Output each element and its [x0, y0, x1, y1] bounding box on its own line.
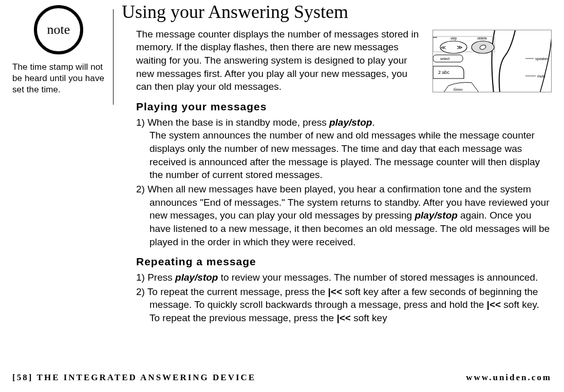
delete-label: delete — [477, 36, 487, 40]
note-badge: note — [34, 5, 83, 54]
sidebar: note The time stamp will not be heard un… — [0, 4, 113, 326]
play-stop-key: play/stop — [415, 210, 457, 221]
page-footer: [58] THE INTEGRATED ANSWERING DEVICE www… — [0, 373, 564, 383]
main-content: Using your Answering System The message … — [122, 4, 564, 326]
play-stop-key: play/stop — [329, 117, 372, 128]
footer-url: www.uniden.com — [466, 373, 552, 383]
note-badge-label: note — [47, 22, 70, 37]
intro-paragraph: The message counter displays the number … — [136, 28, 422, 93]
playing-step-2: 2) When all new messages have been playe… — [136, 183, 552, 248]
svg-text:≪: ≪ — [441, 45, 446, 50]
sidebar-note-text: The time stamp will not be heard until y… — [12, 62, 113, 95]
section-name: THE INTEGRATED ANSWERING DEVICE — [37, 373, 256, 382]
heading-repeating: Repeating a message — [136, 256, 552, 268]
select-label: select — [440, 57, 449, 61]
svg-text:≫: ≫ — [457, 44, 463, 50]
rewind-key: |<< — [487, 299, 501, 310]
playing-step-1: 1) When the base is in standby mode, pre… — [136, 116, 552, 182]
page-number: [58] — [12, 373, 33, 382]
repeating-step-1: 1) Press play/stop to review your messag… — [136, 271, 552, 284]
rewind-key: |<< — [328, 286, 343, 297]
device-illustration: ≪ ≫ skip delete select 2 abc — [433, 30, 552, 92]
page-title: Using your Answering System — [122, 2, 552, 23]
footer-left: [58] THE INTEGRATED ANSWERING DEVICE — [12, 373, 256, 383]
repeating-step-2: 2) To repeat the current message, press … — [136, 285, 552, 325]
heading-playing: Playing your messages — [136, 101, 552, 113]
play-stop-key: play/stop — [175, 272, 218, 283]
skip-label: skip — [450, 36, 457, 41]
speaker-label: speaker — [535, 57, 549, 61]
svg-text:6mno: 6mno — [454, 87, 463, 92]
mute-label: mute — [537, 74, 546, 78]
key-2abc: 2 abc — [438, 70, 450, 75]
rewind-key: |<< — [336, 312, 351, 323]
vertical-divider — [113, 9, 114, 105]
